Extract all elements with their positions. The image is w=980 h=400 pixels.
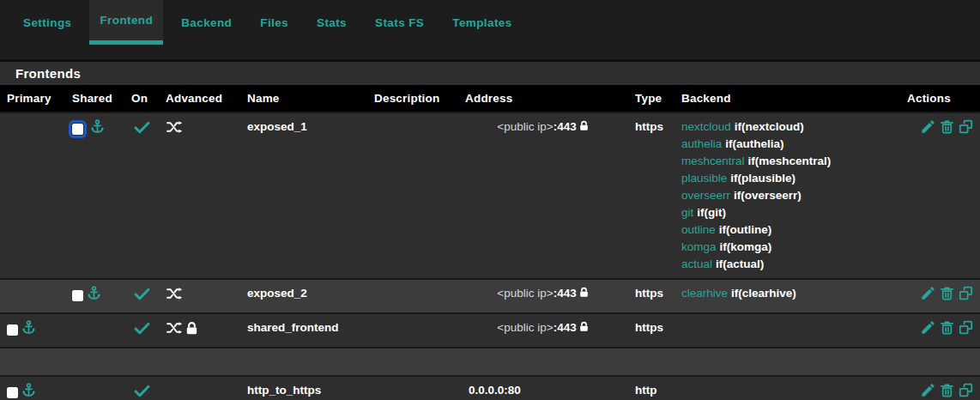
edit-button[interactable] xyxy=(920,285,936,301)
checkbox-focus-ring xyxy=(69,120,87,138)
backend-cell: clearhiveif(clearhive) xyxy=(675,278,900,312)
backend-condition: if(nextcloud) xyxy=(735,120,804,133)
clone-icon xyxy=(958,118,974,135)
tab-backend[interactable]: Backend xyxy=(171,0,242,45)
shared-checkbox[interactable] xyxy=(72,124,83,135)
backend-condition: if(authelia) xyxy=(725,137,783,150)
edit-button[interactable] xyxy=(920,118,936,135)
column-header-address: Address xyxy=(458,85,628,112)
frontend-name: shared_frontend xyxy=(247,321,339,334)
frontend-row-http-to-https: http_to_https 0.0.0.0:80 http xyxy=(0,375,980,400)
advanced-cell xyxy=(159,375,240,400)
backend-entry: clearhiveif(clearhive) xyxy=(681,285,893,302)
tab-stats-fs[interactable]: Stats FS xyxy=(365,0,434,45)
delete-button[interactable] xyxy=(939,382,955,398)
clone-button[interactable] xyxy=(958,118,974,135)
frontend-row-exposed-2: exposed_2 <public ip>:443 https clearhiv… xyxy=(0,278,980,312)
trash-icon xyxy=(939,382,955,398)
column-header-shared: Shared xyxy=(65,85,124,112)
name-cell: exposed_2 xyxy=(240,278,367,312)
empty-row-cell xyxy=(0,347,980,375)
type-cell: https xyxy=(628,312,675,347)
backend-cell xyxy=(675,375,900,400)
shuffle-icon xyxy=(166,292,183,305)
backend-link[interactable]: nextcloud xyxy=(681,120,731,133)
description-cell xyxy=(367,375,458,400)
backend-link[interactable]: git xyxy=(681,206,693,219)
advanced-cell xyxy=(159,278,240,312)
backend-entry: meshcentralif(meshcentral) xyxy=(681,153,893,170)
header-row: Primary Shared On Advanced Name Descript… xyxy=(0,85,980,112)
address-host: <public ip> xyxy=(497,287,553,300)
primary-cell xyxy=(0,278,65,312)
check-icon xyxy=(133,293,151,306)
address-host: <public ip> xyxy=(497,321,553,334)
edit-button[interactable] xyxy=(920,382,936,398)
backend-link[interactable]: outline xyxy=(681,223,716,236)
clone-button[interactable] xyxy=(958,319,974,336)
clone-button[interactable] xyxy=(958,285,974,301)
delete-button[interactable] xyxy=(939,285,955,301)
primary-checkbox[interactable] xyxy=(7,387,18,398)
backend-cell: nextcloudif(nextcloud) autheliaif(authel… xyxy=(675,112,900,278)
backend-link[interactable]: plausible xyxy=(681,172,727,185)
backend-link[interactable]: clearhive xyxy=(681,287,728,300)
shared-cell xyxy=(65,112,124,278)
backend-link[interactable]: actual xyxy=(681,258,712,270)
on-cell xyxy=(124,375,159,400)
backend-link[interactable]: authelia xyxy=(681,137,722,150)
frontend-row-shared-frontend: shared_frontend <public ip>:443 https xyxy=(0,312,980,347)
backend-condition: if(overseerr) xyxy=(734,189,802,202)
type-label: http xyxy=(635,384,656,397)
type-cell: https xyxy=(628,278,675,312)
shuffle-icon xyxy=(166,125,183,138)
type-label: https xyxy=(635,120,663,133)
column-header-advanced: Advanced xyxy=(159,85,240,112)
delete-button[interactable] xyxy=(939,319,955,336)
edit-button[interactable] xyxy=(920,319,936,336)
type-cell: https xyxy=(628,112,675,278)
backend-link[interactable]: komga xyxy=(681,240,717,253)
advanced-cell xyxy=(159,112,240,278)
lock-icon xyxy=(578,323,590,336)
address-cell: <public ip>:443 xyxy=(458,112,628,278)
description-cell xyxy=(367,112,458,278)
on-cell xyxy=(124,112,159,278)
shared-cell xyxy=(65,375,124,400)
column-header-description: Description xyxy=(367,85,458,112)
clone-button[interactable] xyxy=(958,382,974,398)
tab-settings[interactable]: Settings xyxy=(13,0,82,45)
lock-icon xyxy=(578,288,590,301)
backend-entry: autheliaif(authelia) xyxy=(681,136,893,153)
backend-link[interactable]: meshcentral xyxy=(681,155,745,167)
on-cell xyxy=(124,312,159,347)
clone-icon xyxy=(958,382,974,398)
tab-frontend[interactable]: Frontend xyxy=(89,0,163,45)
anchor-icon xyxy=(21,325,37,338)
tab-templates[interactable]: Templates xyxy=(442,0,522,45)
actions-cell xyxy=(900,278,980,312)
pencil-icon xyxy=(920,285,936,301)
backend-entry: actualif(actual) xyxy=(681,256,893,273)
backend-condition: if(outline) xyxy=(719,223,771,236)
lock-icon xyxy=(185,325,199,338)
address-port: :443 xyxy=(554,321,577,334)
frontend-name: http_to_https xyxy=(247,384,321,397)
tab-files[interactable]: Files xyxy=(250,0,299,45)
tab-stats[interactable]: Stats xyxy=(306,0,357,45)
backend-entry: overseerrif(overseerr) xyxy=(681,187,893,204)
anchor-icon xyxy=(86,291,102,304)
address-host: <public ip> xyxy=(497,120,553,133)
anchor-icon xyxy=(89,124,106,137)
backend-condition: if(clearhive) xyxy=(731,287,796,300)
delete-button[interactable] xyxy=(939,118,955,135)
tab-bar: Settings Frontend Backend Files Stats St… xyxy=(0,0,980,59)
backend-link[interactable]: overseerr xyxy=(681,189,730,202)
name-cell: exposed_1 xyxy=(240,112,367,278)
on-cell xyxy=(124,278,159,312)
primary-checkbox[interactable] xyxy=(7,324,18,336)
shared-checkbox[interactable] xyxy=(72,290,83,301)
name-cell: shared_frontend xyxy=(240,312,367,347)
frontend-name: exposed_1 xyxy=(247,120,307,133)
frontend-row-exposed-1: exposed_1 <public ip>:443 https nextclou… xyxy=(0,112,980,278)
